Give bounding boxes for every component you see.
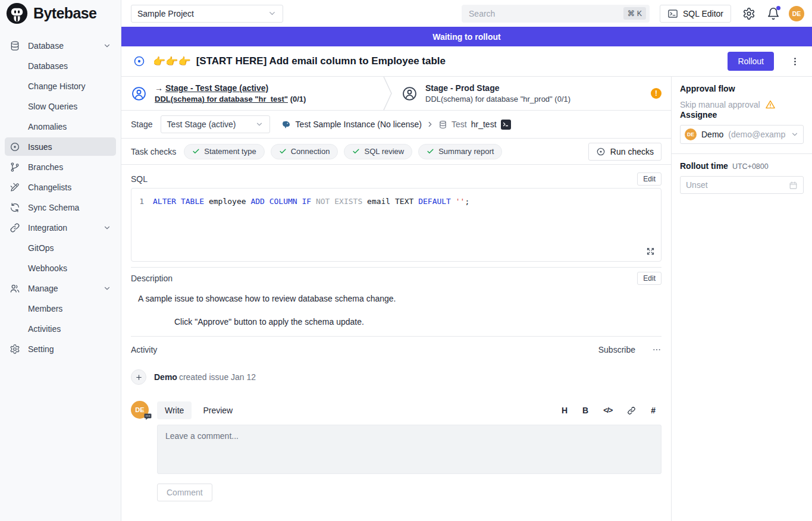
divider <box>672 153 812 154</box>
bytebase-logo[interactable]: Bytebase <box>0 0 121 27</box>
rollout-time-input[interactable]: Unset <box>680 176 804 194</box>
description-line: Click "Approve" button to apply the sche… <box>174 317 661 327</box>
assignee-name: Demo <box>701 130 723 139</box>
sidebar-item-members[interactable]: Members <box>5 299 116 318</box>
postgresql-icon <box>281 120 291 130</box>
chevron-right-icon <box>426 120 434 128</box>
assignee-label: Assignee <box>680 110 804 120</box>
person-circle-icon <box>131 86 147 102</box>
play-circle-icon <box>596 147 606 156</box>
event-actor: Demo <box>154 372 177 382</box>
sidebar-item-activities[interactable]: Activities <box>5 319 116 338</box>
instance-name[interactable]: Test Sample Instance (No license) <box>296 120 422 129</box>
sql-editor[interactable]: 1 ALTER TABLE employee ADD COLUMN IF NOT… <box>131 188 661 262</box>
activity-label: Activity <box>131 345 157 354</box>
sidebar-item-anomalies[interactable]: Anomalies <box>5 117 116 136</box>
center-column: →Stage - Test Stage (active) DDL(schema)… <box>121 77 671 521</box>
sidebar-item-branches[interactable]: Branches <box>5 158 116 176</box>
active-stage-arrow: → <box>155 83 163 93</box>
sidebar-item-issues[interactable]: Issues <box>5 137 116 156</box>
code-icon[interactable]: </> <box>603 406 612 415</box>
tab-write[interactable]: Write <box>157 401 192 419</box>
search-input[interactable] <box>468 8 623 19</box>
comment-textarea[interactable] <box>157 425 661 474</box>
open-sql-editor-icon[interactable] <box>501 120 511 130</box>
sidebar-item-integration[interactable]: Integration <box>5 218 116 237</box>
search-box[interactable]: ⌘ K <box>462 5 650 23</box>
check-icon <box>352 147 360 155</box>
sql-edit-button[interactable]: Edit <box>637 172 661 186</box>
right-panel: Approval flow Skip manual approval Assig… <box>671 77 812 521</box>
stage-label: Stage <box>131 120 153 129</box>
assignee-select[interactable]: DE Demo (demo@example <box>680 125 804 144</box>
heading-icon[interactable]: H <box>562 406 568 415</box>
description-edit-button[interactable]: Edit <box>637 272 661 285</box>
sidebar-item-manage[interactable]: Manage <box>5 279 116 297</box>
stage-select[interactable]: Test Stage (active) <box>161 115 270 133</box>
sql-editor-button[interactable]: SQL Editor <box>660 5 731 23</box>
project-select[interactable]: Sample Project <box>131 5 283 23</box>
chevron-down-icon <box>791 130 799 139</box>
search-shortcut-badge: ⌘ K <box>623 7 646 20</box>
notifications-bell-button[interactable] <box>767 7 780 20</box>
sidebar-item-change-history[interactable]: Change History <box>5 77 116 95</box>
stage-card-test-text: →Stage - Test Stage (active) DDL(schema)… <box>155 83 306 103</box>
description-section-header: Description Edit <box>131 272 661 285</box>
stage-card-prod[interactable]: Stage - Prod Stage DDL(schema) for datab… <box>392 77 671 110</box>
sql-code: ALTER TABLE employee ADD COLUMN IF NOT E… <box>153 196 469 207</box>
task-checks-row: Task checks Statement type Connection SQ… <box>121 139 671 165</box>
sidebar-item-setting[interactable]: Setting <box>5 340 116 358</box>
check-icon <box>192 147 200 155</box>
run-checks-button[interactable]: Run checks <box>588 143 661 161</box>
environment-name: Test <box>452 120 467 129</box>
gear-icon <box>742 7 755 20</box>
gear-icon <box>10 344 20 354</box>
link-icon[interactable] <box>627 406 636 415</box>
assignee-email: (demo@example <box>728 130 786 139</box>
composer-tabs: Write Preview H B </> # <box>157 401 661 420</box>
circle-dot-icon <box>10 142 20 152</box>
stage-card-test[interactable]: →Stage - Test Stage (active) DDL(schema)… <box>121 77 383 110</box>
check-summary-report[interactable]: Summary report <box>418 144 502 159</box>
calendar-icon <box>789 181 798 190</box>
description-line: A sample issue to showcase how to review… <box>138 294 661 303</box>
stage-card-prod-text: Stage - Prod Stage DDL(schema) for datab… <box>425 83 570 103</box>
bytebase-logo-icon <box>6 2 28 24</box>
sidebar-item-gitops[interactable]: GitOps <box>5 238 116 257</box>
sidebar-item-slow-queries[interactable]: Slow Queries <box>5 97 116 115</box>
subscribe-button[interactable]: Subscribe <box>595 344 639 355</box>
composer-avatar: DE <box>131 401 149 419</box>
user-avatar[interactable]: DE <box>789 6 804 21</box>
sync-refresh-icon <box>10 202 20 213</box>
sidebar-item-databases[interactable]: Databases <box>5 57 116 75</box>
comment-submit-button[interactable]: Comment <box>157 484 212 501</box>
hash-icon[interactable]: # <box>651 406 656 415</box>
check-sql-review[interactable]: SQL review <box>344 144 412 159</box>
stage-strip: →Stage - Test Stage (active) DDL(schema)… <box>121 77 671 111</box>
sidebar-item-sync-schema[interactable]: Sync Schema <box>5 198 116 216</box>
kebab-menu-button[interactable] <box>786 57 804 67</box>
rollout-time-header: Rollout time UTC+0800 <box>680 161 804 171</box>
chevron-down-icon <box>255 120 264 128</box>
sidebar-item-database[interactable]: Database <box>5 36 116 55</box>
database-name[interactable]: hr_test <box>471 120 497 129</box>
rollout-timezone: UTC+0800 <box>732 162 769 171</box>
activity-event: Democreated issue Jan 12 <box>131 369 661 385</box>
sidebar-item-webhooks[interactable]: Webhooks <box>5 259 116 277</box>
rollout-button[interactable]: Rollout <box>728 52 774 71</box>
check-statement-type[interactable]: Statement type <box>184 144 264 159</box>
content-row: →Stage - Test Stage (active) DDL(schema)… <box>121 77 812 521</box>
stage-separator-chevron <box>383 77 392 110</box>
database-icon <box>438 120 447 129</box>
tab-preview[interactable]: Preview <box>195 401 240 419</box>
settings-gear-button[interactable] <box>742 7 755 20</box>
sidebar-item-changelists[interactable]: Changelists <box>5 178 116 196</box>
status-banner: Waiting to rollout <box>121 27 812 46</box>
more-menu-button[interactable] <box>652 345 661 354</box>
main-area: Sample Project ⌘ K SQL Editor DE Waiting… <box>121 0 812 521</box>
bold-icon[interactable]: B <box>582 406 588 415</box>
check-connection[interactable]: Connection <box>271 144 338 159</box>
fullscreen-expand-icon[interactable] <box>646 247 655 256</box>
assignee-avatar: DE <box>685 128 697 140</box>
ellipsis-icon <box>652 345 661 354</box>
